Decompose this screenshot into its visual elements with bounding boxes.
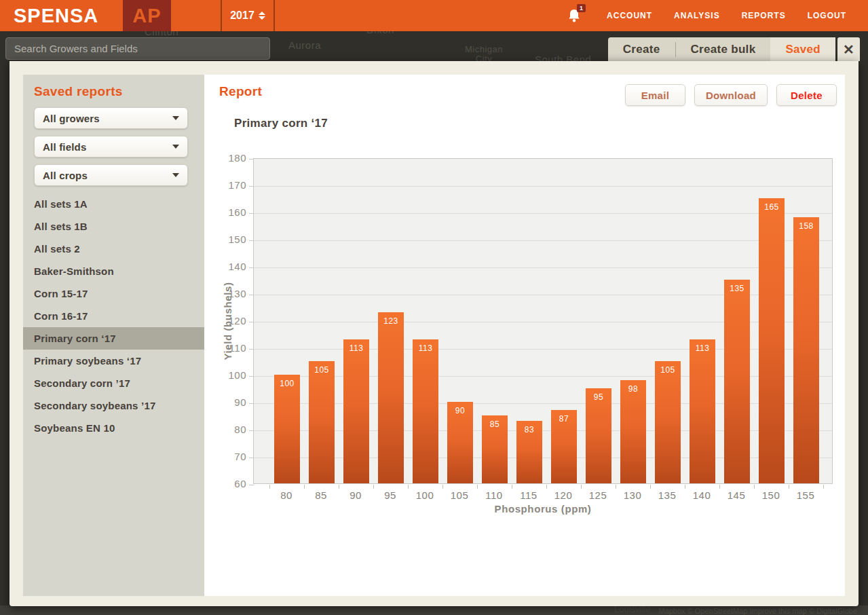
notification-badge: 1 bbox=[577, 4, 586, 12]
y-tick-label: 170 bbox=[204, 179, 246, 191]
x-tick bbox=[546, 485, 547, 489]
bar-value-label: 158 bbox=[793, 221, 819, 231]
y-tick-label: 70 bbox=[204, 451, 246, 462]
notification-bell[interactable]: 1 bbox=[567, 8, 581, 23]
gridline bbox=[254, 240, 832, 241]
download-button[interactable]: Download bbox=[694, 84, 768, 106]
x-tick bbox=[581, 485, 582, 489]
bar: 158 bbox=[793, 217, 819, 483]
saved-reports-modal: Saved reports All growers All fields All… bbox=[10, 61, 858, 606]
y-tick-label: 130 bbox=[204, 288, 246, 299]
bar-value-label: 123 bbox=[378, 316, 404, 326]
bar: 98 bbox=[620, 380, 646, 483]
nav-account[interactable]: ACCOUNT bbox=[607, 11, 652, 20]
y-tick bbox=[249, 159, 254, 160]
saved-report-item[interactable]: All sets 1A bbox=[23, 193, 204, 215]
bar-value-label: 98 bbox=[620, 384, 646, 394]
bar-value-label: 85 bbox=[482, 420, 508, 429]
crops-filter-dropdown[interactable]: All crops bbox=[34, 164, 188, 186]
bar: 87 bbox=[551, 410, 577, 483]
chevron-down-icon bbox=[172, 116, 179, 120]
bar: 85 bbox=[482, 415, 508, 483]
nav-logout[interactable]: LOGOUT bbox=[808, 11, 846, 20]
saved-report-item[interactable]: Soybeans EN 10 bbox=[23, 417, 204, 439]
bar-value-label: 113 bbox=[413, 343, 438, 353]
year-selector[interactable]: 2017 bbox=[221, 0, 275, 31]
delete-button[interactable]: Delete bbox=[776, 84, 837, 106]
bar-value-label: 105 bbox=[655, 365, 681, 375]
bar-value-label: 100 bbox=[274, 379, 300, 388]
saved-report-item[interactable]: Corn 15-17 bbox=[23, 282, 204, 305]
top-nav: 1 ACCOUNT ANALYSIS REPORTS LOGOUT bbox=[567, 0, 868, 31]
y-tick bbox=[249, 295, 254, 295]
x-tick bbox=[754, 485, 755, 489]
gridline bbox=[254, 213, 832, 214]
map-attribution: Mapbox © OpenStreetMap Improve this map … bbox=[658, 607, 857, 615]
map-label: Aurora bbox=[288, 39, 321, 51]
bar: 105 bbox=[655, 361, 681, 483]
bar: 100 bbox=[274, 375, 300, 483]
updown-icon bbox=[259, 12, 265, 20]
x-tick bbox=[650, 485, 651, 489]
y-tick bbox=[249, 267, 254, 268]
y-tick-label: 110 bbox=[204, 342, 246, 354]
nav-analysis[interactable]: ANALYSIS bbox=[674, 11, 720, 20]
growers-filter-value: All growers bbox=[43, 113, 100, 124]
bar-value-label: 90 bbox=[447, 406, 473, 415]
tab-create[interactable]: Create bbox=[608, 43, 675, 56]
tab-create-bulk[interactable]: Create bulk bbox=[676, 43, 771, 56]
bar: 90 bbox=[447, 402, 473, 483]
app-logo: SPENSA AP bbox=[14, 0, 171, 31]
saved-report-item[interactable]: Primary corn ‘17 bbox=[23, 327, 204, 350]
x-tick bbox=[789, 485, 789, 489]
y-tick bbox=[249, 240, 254, 241]
saved-report-item[interactable]: Secondary corn ’17 bbox=[23, 372, 204, 394]
y-tick-label: 180 bbox=[204, 152, 246, 164]
saved-report-item[interactable]: All sets 1B bbox=[23, 215, 204, 238]
fields-filter-dropdown[interactable]: All fields bbox=[34, 136, 188, 157]
saved-report-item[interactable]: Baker-Smithson bbox=[23, 260, 204, 282]
x-tick bbox=[719, 485, 720, 489]
app-window: Clinton Dixon Aurora Michigan City South… bbox=[0, 0, 868, 615]
y-tick-label: 120 bbox=[204, 315, 246, 327]
tab-group: Create Create bulk bbox=[608, 37, 771, 61]
bar: 113 bbox=[690, 339, 715, 483]
nav-reports[interactable]: REPORTS bbox=[742, 11, 786, 20]
bar: 83 bbox=[516, 421, 542, 483]
brand-name: SPENSA bbox=[14, 5, 98, 27]
x-tick bbox=[512, 485, 512, 489]
bar: 123 bbox=[378, 312, 404, 483]
x-tick bbox=[823, 485, 824, 489]
bar: 165 bbox=[759, 198, 785, 483]
chevron-down-icon bbox=[172, 173, 179, 177]
bar-value-label: 113 bbox=[343, 343, 369, 353]
y-tick-label: 160 bbox=[204, 206, 246, 218]
y-tick bbox=[249, 349, 254, 350]
y-tick bbox=[249, 485, 254, 485]
bar: 95 bbox=[586, 388, 611, 483]
email-button[interactable]: Email bbox=[625, 84, 685, 106]
saved-report-item[interactable]: Secondary soybeans ’17 bbox=[23, 394, 204, 417]
x-tick bbox=[616, 485, 616, 489]
report-panel: Report Email Download Delete Primary cor… bbox=[204, 75, 845, 596]
close-icon[interactable]: ✕ bbox=[837, 37, 860, 61]
y-tick-label: 80 bbox=[204, 424, 246, 435]
x-tick bbox=[408, 485, 409, 489]
growers-filter-dropdown[interactable]: All growers bbox=[34, 107, 188, 129]
bar-value-label: 87 bbox=[551, 414, 577, 424]
search-input[interactable] bbox=[5, 37, 270, 60]
report-panel-title: Report bbox=[219, 84, 262, 99]
y-tick bbox=[249, 186, 254, 187]
saved-report-item[interactable]: All sets 2 bbox=[23, 238, 204, 260]
year-value: 2017 bbox=[230, 10, 254, 22]
saved-report-item[interactable]: Corn 16-17 bbox=[23, 305, 204, 327]
bar-chart-plot: 1001051131231139085838795981051131351651… bbox=[253, 158, 833, 484]
crops-filter-value: All crops bbox=[43, 170, 88, 181]
y-tick bbox=[249, 213, 254, 214]
y-tick bbox=[249, 458, 254, 458]
saved-report-item[interactable]: Primary soybeans ‘17 bbox=[23, 350, 204, 372]
y-tick-label: 100 bbox=[204, 369, 246, 381]
bar: 135 bbox=[724, 280, 750, 483]
x-tick bbox=[442, 485, 443, 489]
tab-saved[interactable]: Saved bbox=[770, 37, 835, 61]
